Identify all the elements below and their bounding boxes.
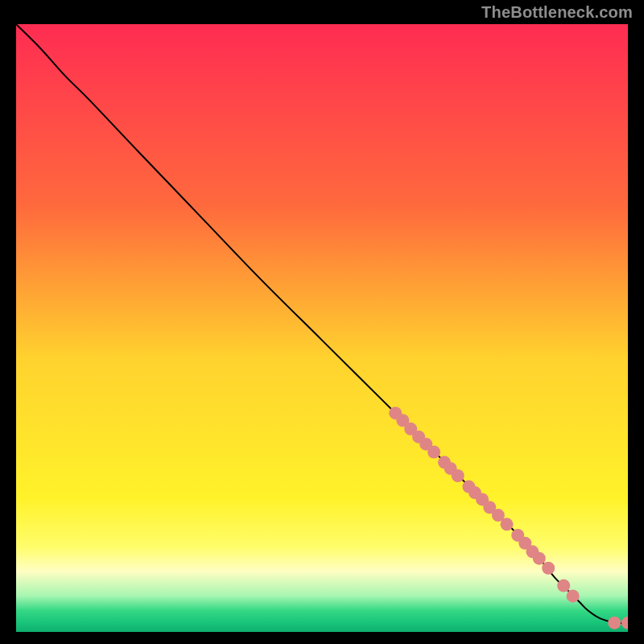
- chart-marker: [452, 469, 464, 482]
- chart-marker: [501, 518, 514, 530]
- chart-plot-area: [16, 24, 628, 632]
- watermark-text: TheBottleneck.com: [481, 3, 633, 22]
- chart-background: [16, 24, 628, 632]
- chart-marker: [533, 552, 546, 565]
- chart-marker: [567, 589, 580, 602]
- chart-svg: [16, 24, 628, 632]
- chart-marker: [427, 446, 440, 459]
- chart-marker: [557, 580, 570, 592]
- chart-marker: [542, 562, 555, 575]
- chart-marker: [608, 617, 621, 630]
- chart-stage: TheBottleneck.com: [0, 0, 644, 644]
